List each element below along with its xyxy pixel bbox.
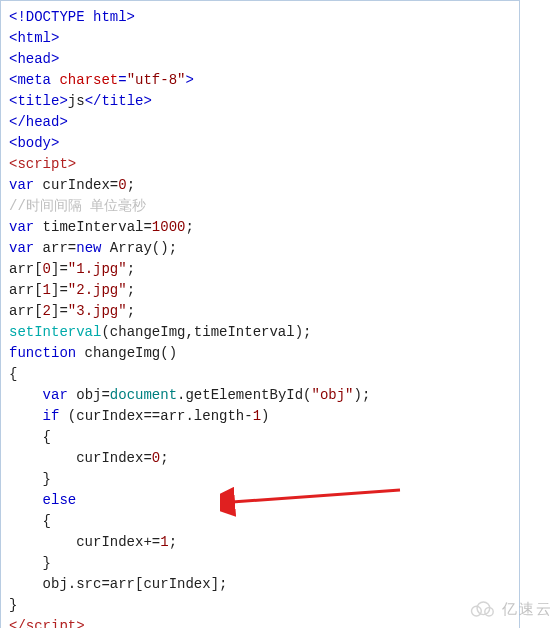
code-text: ; bbox=[127, 282, 135, 298]
code-num: 0 bbox=[43, 261, 51, 277]
code-text: ; bbox=[160, 450, 168, 466]
code-str: "2.jpg" bbox=[68, 282, 127, 298]
code-text: curIndex+= bbox=[9, 534, 160, 550]
code-num: 1 bbox=[253, 408, 261, 424]
code-str: "1.jpg" bbox=[68, 261, 127, 277]
code-num: 1 bbox=[160, 534, 168, 550]
code-text: ]= bbox=[51, 303, 68, 319]
code-brace: } bbox=[9, 597, 17, 613]
code-text: ]= bbox=[51, 282, 68, 298]
code-num: 1 bbox=[43, 282, 51, 298]
code-doctype: <!DOCTYPE html> bbox=[9, 9, 135, 25]
code-brace: } bbox=[9, 471, 51, 487]
code-text: ); bbox=[354, 387, 371, 403]
code-text: arr= bbox=[34, 240, 76, 256]
code-fn-setinterval: setInterval bbox=[9, 324, 101, 340]
code-str: "3.jpg" bbox=[68, 303, 127, 319]
code-kw-function: function bbox=[9, 345, 76, 361]
code-indent bbox=[9, 408, 43, 424]
code-text: (changeImg,timeInterval); bbox=[101, 324, 311, 340]
code-head-close: </head> bbox=[9, 114, 68, 130]
code-brace: { bbox=[9, 513, 51, 529]
code-kw-new: new bbox=[76, 240, 101, 256]
code-str: "obj" bbox=[311, 387, 353, 403]
code-attr-charset: charset bbox=[59, 72, 118, 88]
code-title-open: <title> bbox=[9, 93, 68, 109]
code-body-open: <body> bbox=[9, 135, 59, 151]
code-text: ; bbox=[127, 303, 135, 319]
code-text: timeInterval= bbox=[34, 219, 152, 235]
code-block: <!DOCTYPE html> <html> <head> <meta char… bbox=[0, 0, 520, 628]
code-eq: = bbox=[118, 72, 126, 88]
code-script-open: <script> bbox=[9, 156, 76, 172]
code-val-utf8: "utf-8" bbox=[127, 72, 186, 88]
svg-point-2 bbox=[472, 606, 482, 616]
code-brace: { bbox=[9, 429, 51, 445]
code-text: .getElementById( bbox=[177, 387, 311, 403]
code-indent bbox=[9, 492, 43, 508]
watermark-text: 亿速云 bbox=[502, 598, 553, 621]
code-text: obj.src=arr[curIndex]; bbox=[9, 576, 227, 592]
code-text: arr[ bbox=[9, 261, 43, 277]
code-head-open: <head> bbox=[9, 51, 59, 67]
watermark: 亿速云 bbox=[468, 598, 553, 621]
code-kw-var: var bbox=[9, 177, 34, 193]
code-text: ]= bbox=[51, 261, 68, 277]
code-title-close: </title> bbox=[85, 93, 152, 109]
code-script-close: </script> bbox=[9, 618, 85, 628]
code-comment: //时间间隔 单位毫秒 bbox=[9, 198, 146, 214]
code-num: 0 bbox=[152, 450, 160, 466]
code-text: ; bbox=[185, 219, 193, 235]
code-text: obj= bbox=[68, 387, 110, 403]
code-document: document bbox=[110, 387, 177, 403]
code-text: curIndex= bbox=[34, 177, 118, 193]
code-meta-close: > bbox=[185, 72, 193, 88]
code-num: 2 bbox=[43, 303, 51, 319]
code-html-open: <html> bbox=[9, 30, 59, 46]
code-num: 1000 bbox=[152, 219, 186, 235]
code-kw-else: else bbox=[43, 492, 77, 508]
code-text: Array(); bbox=[101, 240, 177, 256]
code-text: changeImg() bbox=[76, 345, 177, 361]
code-brace: { bbox=[9, 366, 17, 382]
code-title-text: js bbox=[68, 93, 85, 109]
code-text: curIndex= bbox=[9, 450, 152, 466]
cloud-icon bbox=[468, 599, 496, 619]
code-text: arr[ bbox=[9, 282, 43, 298]
code-kw-var: var bbox=[9, 240, 34, 256]
code-indent bbox=[9, 387, 43, 403]
code-kw-var: var bbox=[43, 387, 68, 403]
code-brace: } bbox=[9, 555, 51, 571]
code-kw-var: var bbox=[9, 219, 34, 235]
code-text: ; bbox=[127, 177, 135, 193]
code-text: (curIndex==arr.length- bbox=[59, 408, 252, 424]
code-text: ; bbox=[127, 261, 135, 277]
code-meta-open: <meta bbox=[9, 72, 59, 88]
code-text: ) bbox=[261, 408, 269, 424]
code-text: arr[ bbox=[9, 303, 43, 319]
code-text: ; bbox=[169, 534, 177, 550]
code-kw-if: if bbox=[43, 408, 60, 424]
code-num: 0 bbox=[118, 177, 126, 193]
